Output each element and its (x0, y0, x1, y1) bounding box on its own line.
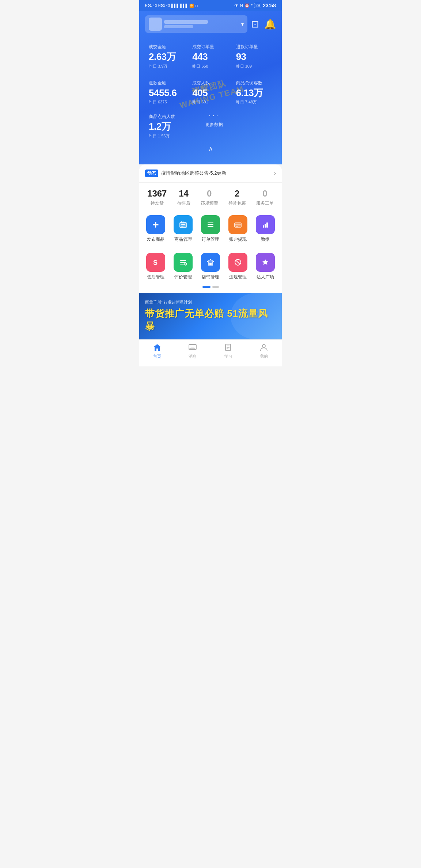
learn-icon (224, 343, 233, 352)
nfc-icon: N (240, 3, 243, 8)
svg-rect-3 (181, 224, 185, 225)
stat-cell-refund-orders: 退款订单量 93 昨日 109 (232, 41, 276, 73)
svg-line-21 (236, 261, 239, 264)
order-stat-label-service: 服务工单 (256, 200, 274, 206)
svg-rect-11 (263, 225, 264, 228)
news-tag: 动态 (145, 170, 158, 177)
more-data-button[interactable]: ··· 更多数据 (194, 111, 235, 131)
svg-rect-4 (181, 226, 183, 226)
menu-item-withdraw[interactable]: 账户提现 (228, 215, 247, 243)
menu-item-order-mgmt[interactable]: 订单管理 (201, 215, 220, 243)
stat-yesterday-orders: 昨日 658 (192, 64, 228, 69)
order-stat-pending[interactable]: 1367 待发货 (147, 189, 167, 206)
nav-item-learn[interactable]: 学习 (224, 343, 233, 359)
bell-icon[interactable]: 🔔 (264, 19, 276, 30)
svg-marker-22 (262, 259, 268, 265)
menu-label-product-mgmt: 商品管理 (174, 236, 192, 243)
nav-item-home[interactable]: 首页 (152, 343, 162, 359)
order-stat-value-pending: 1367 (147, 189, 167, 199)
svg-rect-7 (208, 226, 213, 227)
news-text: 疫情影响地区调整公告-5.2更新 (161, 170, 274, 176)
bluetooth-icon: * (251, 3, 253, 8)
stat-yesterday-refund-orders: 昨日 109 (236, 64, 272, 69)
menu-label-publish: 发布商品 (147, 236, 164, 243)
svg-rect-24 (191, 347, 194, 347)
svg-rect-17 (180, 264, 184, 264)
banner-ad[interactable]: 巨量千川* 行业超新星计划， 带货推广无单必赔 51流量风暴 (139, 293, 282, 339)
svg-rect-19 (209, 263, 212, 265)
message-icon (188, 343, 197, 352)
order-mgmt-icon (201, 215, 220, 234)
product-mgmt-icon (174, 215, 193, 234)
menu-item-influencer[interactable]: 达人广场 (256, 253, 275, 280)
svg-rect-27 (227, 347, 230, 348)
stat-label-refund-orders: 退款订单量 (236, 44, 272, 50)
profile-icon (259, 343, 269, 352)
svg-rect-6 (208, 224, 213, 225)
bottom-nav: 首页 消息 学习 我的 (139, 339, 282, 366)
top-nav: ▾ ⊡ 🔔 (145, 11, 276, 37)
menu-item-review-mgmt[interactable]: 评价管理 (174, 253, 193, 280)
status-left: HD1 4G HD2 4G ▌▌▌ ▌▌▌ 🛜 ◻ (145, 4, 198, 8)
white-card: 动态 疫情影响地区调整公告-5.2更新 › 1367 待发货 14 待售后 0 … (139, 164, 282, 339)
menu-item-violation-mgmt[interactable]: 违规管理 (228, 253, 247, 280)
svg-rect-9 (235, 224, 241, 225)
time-display: 23:58 (263, 3, 276, 8)
nav-item-message[interactable]: 消息 (188, 343, 197, 359)
svg-rect-28 (227, 349, 228, 349)
svg-rect-26 (227, 346, 230, 346)
shop-avatar (149, 18, 162, 31)
collapse-arrow[interactable]: ∧ (145, 143, 276, 157)
svg-rect-10 (236, 226, 238, 226)
stat-cell-visitors: 商品总访客数 6.13万 昨日 7.48万 (232, 77, 276, 110)
nav-item-profile[interactable]: 我的 (259, 343, 269, 359)
status-right: 👁 N ⏰ * 29 23:58 (234, 3, 276, 8)
stat-label-jiaoyi: 成交金额 (149, 44, 185, 50)
menu-label-data: 数据 (261, 236, 270, 243)
menu-item-data[interactable]: 数据 (256, 215, 275, 243)
menu-row2: S 售后管理 评价管理 (139, 247, 282, 283)
stat-yesterday-visitors: 昨日 7.48万 (236, 99, 272, 105)
svg-rect-16 (180, 262, 186, 263)
order-stat-service[interactable]: 0 服务工单 (256, 189, 274, 206)
order-stat-label-pending: 待发货 (151, 200, 164, 206)
svg-rect-15 (180, 260, 186, 261)
menu-label-order-mgmt: 订单管理 (202, 236, 219, 243)
order-stats: 1367 待发货 14 待售后 0 违规预警 2 异常包裹 0 服务工单 (139, 183, 282, 209)
shop-selector[interactable]: ▾ (145, 15, 247, 33)
menu-item-store-mgmt[interactable]: 店铺管理 (201, 253, 220, 280)
menu-label-review-mgmt: 评价管理 (174, 274, 192, 280)
menu-label-aftersale-mgmt: 售后管理 (147, 274, 164, 280)
svg-text:S: S (153, 259, 158, 266)
stat-yesterday-refund-amount: 昨日 6375 (149, 99, 185, 105)
menu-item-aftersale-mgmt[interactable]: S 售后管理 (146, 253, 165, 280)
dropdown-icon[interactable]: ▾ (241, 21, 244, 27)
banner-title: 带货推广无单必赔 51流量风暴 (145, 307, 276, 333)
stat-label-clicks: 商品点击人数 (149, 114, 190, 120)
shop-name-blur (164, 20, 208, 24)
order-stat-aftersale[interactable]: 14 待售后 (177, 189, 190, 206)
order-stat-violation[interactable]: 0 违规预警 (201, 189, 218, 206)
shop-info (164, 20, 239, 28)
news-arrow-icon: › (274, 170, 276, 176)
eye-icon: 👁 (234, 3, 239, 8)
stat-label-buyers: 成交人数 (192, 80, 228, 86)
nav-label-message: 消息 (189, 354, 197, 359)
chevron-up-icon: ∧ (208, 145, 213, 153)
order-stat-abnormal[interactable]: 2 异常包裹 (228, 189, 246, 206)
nav-icons: ⊡ 🔔 (251, 19, 276, 30)
svg-point-29 (262, 344, 265, 347)
stat-cell-buyers: 成交人数 405 昨日 601 (189, 77, 232, 110)
order-stat-value-service: 0 (262, 189, 267, 199)
order-stat-value-aftersale: 14 (179, 189, 189, 199)
news-banner[interactable]: 动态 疫情影响地区调整公告-5.2更新 › (139, 164, 282, 183)
menu-item-publish[interactable]: 发布商品 (146, 215, 165, 243)
order-stat-label-abnormal: 异常包裹 (228, 200, 246, 206)
stats-wrapper: 醒醒团队WAKING TEAM 成交金额 2.63万 昨日 3.9万 成交订单量… (145, 41, 276, 143)
order-stat-label-aftersale: 待售后 (177, 200, 190, 206)
menu-item-product-mgmt[interactable]: 商品管理 (174, 215, 193, 243)
stats-grid-row2: 退款金额 5455.6 昨日 6375 成交人数 405 昨日 601 商品总访… (145, 77, 276, 110)
scan-icon[interactable]: ⊡ (251, 19, 259, 30)
review-mgmt-icon (174, 253, 193, 272)
dot-2 (212, 286, 219, 288)
